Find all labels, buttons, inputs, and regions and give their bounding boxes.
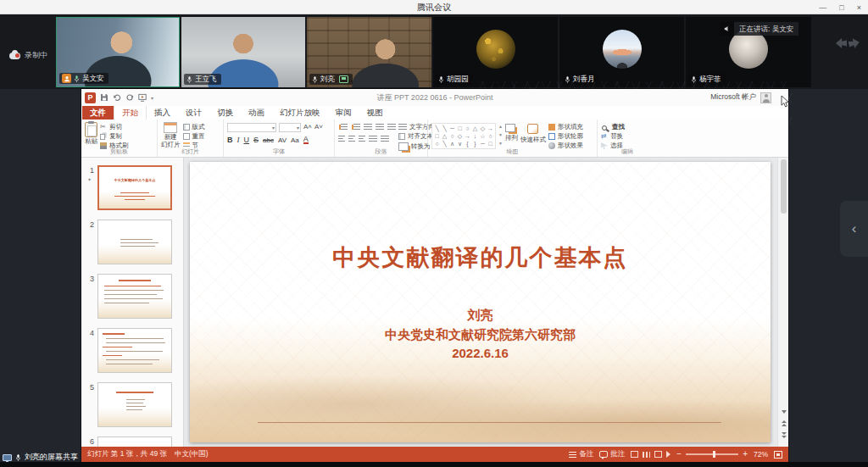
font-size-select[interactable] [279, 123, 301, 132]
bullets-icon[interactable] [341, 124, 348, 131]
italic-button[interactable]: I [237, 136, 240, 144]
account-area[interactable]: Microsoft 帐户 [710, 89, 771, 106]
minimize-button[interactable]: — [819, 3, 826, 12]
redo-icon[interactable] [125, 93, 134, 102]
start-slideshow-icon[interactable] [138, 93, 147, 102]
save-icon[interactable] [100, 93, 108, 102]
speaking-indicator: 正在讲话: 吴文安 [720, 22, 798, 36]
shrink-font-button[interactable]: A˅ [314, 123, 323, 132]
comments-icon [599, 451, 608, 458]
participant-name: 刘香月 [573, 75, 595, 85]
zoom-in-button[interactable]: + [743, 450, 748, 459]
slide-subtitle[interactable]: 刘亮 中央党史和文献研究院第六研究部 2022.6.16 [190, 306, 771, 364]
zoom-out-button[interactable]: − [676, 450, 682, 459]
quick-styles-button[interactable]: 快速样式 [520, 121, 546, 148]
bottom-bar [0, 462, 868, 467]
language-status[interactable]: 中文(中国) [175, 449, 209, 459]
tab-slideshow[interactable]: 幻灯片放映 [272, 106, 328, 120]
numbering-icon[interactable] [353, 124, 360, 131]
find-button[interactable]: 查找 [601, 124, 625, 131]
bold-button[interactable]: B [227, 136, 233, 144]
cut-button[interactable]: 剪切 [100, 124, 129, 131]
comments-button[interactable]: 批注 [599, 449, 625, 459]
align-left-icon[interactable] [338, 136, 345, 142]
change-case-button[interactable]: Aa [291, 136, 299, 144]
video-nav-previous-button[interactable]: ‹ [840, 201, 868, 257]
video-tile-huyuanyuan[interactable]: 胡园园 [433, 17, 558, 87]
video-tile-wanglifei[interactable]: 王立飞 [181, 17, 305, 87]
thumbnail-slide-1[interactable]: 1 ✦ 中央文献翻译的几个基本点 [81, 165, 183, 210]
video-tile-liuliang[interactable]: 刘亮 [307, 17, 431, 87]
maximize-button[interactable]: □ [839, 3, 843, 12]
zoom-percentage[interactable]: 72% [754, 450, 768, 459]
group-drawing: ╲╲─□○△◇→ □△○◇→↓☆○ ○╲∧∨{}─□ ▲▼▼ 排列 快速样式 形… [428, 120, 598, 157]
tab-design[interactable]: 设计 [178, 106, 209, 120]
grow-font-button[interactable]: A˄ [303, 123, 312, 132]
slideshow-view-button[interactable] [666, 451, 670, 458]
paste-button[interactable]: 粘贴 [85, 121, 97, 148]
font-name-select[interactable] [227, 123, 276, 132]
tab-view[interactable]: 视图 [359, 106, 391, 120]
zoom-slider-thumb[interactable] [713, 451, 715, 458]
thumbnail-slide-6[interactable]: 6 [81, 436, 183, 447]
slide[interactable]: 中央文献翻译的几个基本点 刘亮 中央党史和文献研究院第六研究部 2022.6.1… [190, 162, 771, 442]
shadow-button[interactable]: S [253, 136, 259, 144]
tab-review[interactable]: 审阅 [328, 106, 359, 120]
shape-gallery[interactable]: ╲╲─□○△◇→ □△○◇→↓☆○ ○╲∧∨{}─□ [431, 123, 496, 149]
slide-sorter-view-button[interactable] [643, 452, 650, 458]
replace-button[interactable]: 替换 [601, 133, 625, 140]
align-center-icon[interactable] [348, 136, 355, 142]
normal-view-button[interactable] [631, 451, 638, 458]
slide-scrollbar[interactable] [777, 158, 788, 447]
zoom-slider[interactable] [686, 453, 738, 455]
new-slide-button[interactable]: 新建幻灯片 [161, 121, 181, 148]
thumbnail-slide-5[interactable]: 5 [81, 382, 183, 427]
fit-to-window-button[interactable] [774, 451, 782, 459]
slide-title[interactable]: 中央文献翻译的几个基本点 [190, 242, 771, 273]
cut-icon [100, 124, 107, 131]
shape-outline-button[interactable]: 形状轮廓 [548, 133, 583, 140]
justify-icon[interactable] [369, 136, 377, 142]
find-icon [602, 125, 607, 131]
previous-slide-button[interactable] [779, 419, 788, 428]
copy-icon [100, 134, 105, 140]
undo-icon[interactable] [113, 93, 121, 102]
avatar [729, 30, 768, 69]
next-slide-button[interactable] [779, 431, 788, 440]
arrange-button[interactable]: 排列 [505, 121, 518, 148]
character-spacing-button[interactable]: AV [278, 136, 287, 144]
close-button[interactable]: × [857, 3, 861, 12]
align-right-icon[interactable] [359, 136, 365, 142]
shape-fill-button[interactable]: 形状填充 [548, 124, 583, 131]
tab-animations[interactable]: 动画 [241, 106, 272, 120]
tab-home[interactable]: 开始 [114, 105, 147, 120]
reaction-icons [836, 38, 860, 48]
columns-icon[interactable] [381, 136, 389, 142]
video-tile-liuxiangyue[interactable]: 刘香月 [559, 17, 684, 87]
notes-button[interactable]: 备注 [569, 449, 593, 459]
qat-dropdown-icon[interactable]: ▾ [151, 95, 153, 101]
reading-view-button[interactable] [654, 451, 662, 458]
line-spacing-icon[interactable] [387, 124, 396, 131]
layout-button[interactable]: 版式 [183, 124, 205, 131]
reset-button[interactable]: 重置 [183, 133, 205, 140]
underline-button[interactable]: U [244, 136, 250, 144]
scroll-down-button[interactable] [779, 407, 788, 416]
thumbnail-slide-3[interactable]: 3 [81, 274, 183, 319]
tab-transitions[interactable]: 切换 [209, 106, 241, 120]
slide-canvas-area: 中央文献翻译的几个基本点 刘亮 中央党史和文献研究院第六研究部 2022.6.1… [184, 158, 777, 447]
thumbnail-slide-4[interactable]: 4 [81, 328, 183, 373]
indent-decrease-icon[interactable] [364, 124, 372, 131]
scrollbar-thumb[interactable] [781, 159, 787, 214]
font-color-button[interactable]: A [303, 136, 309, 144]
indent-increase-icon[interactable] [376, 124, 384, 131]
strikethrough-button[interactable]: abc [263, 136, 274, 144]
slide-footer-line [258, 422, 721, 423]
thumbnail-slide-2[interactable]: 2 [81, 220, 183, 264]
copy-button[interactable]: 复制 [100, 133, 129, 140]
shape-gallery-scroll[interactable]: ▲▼▼ [498, 121, 503, 148]
video-tile-wuwenan[interactable]: 吴文安 [56, 17, 180, 87]
tab-insert[interactable]: 插入 [147, 106, 178, 120]
tab-file[interactable]: 文件 [82, 106, 114, 120]
powerpoint-logo-icon[interactable]: P [85, 92, 96, 103]
